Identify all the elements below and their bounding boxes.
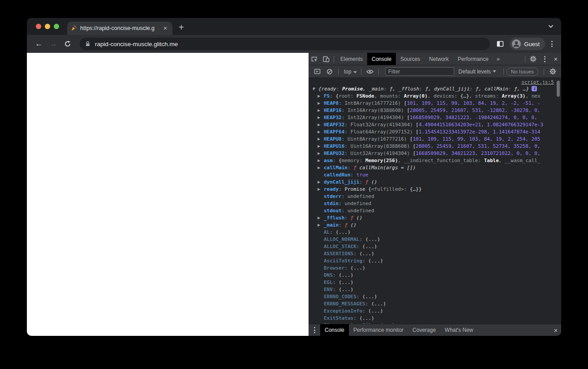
tab-performance[interactable]: Performance — [453, 53, 493, 65]
console-line[interactable]: ▶HEAPU32: Uint32Array(4194304) [16685090… — [309, 150, 561, 157]
devtools-panel: ElementsConsoleSourcesNetworkPerformance… — [309, 53, 561, 336]
disclosure-right-icon[interactable]: ▶ — [318, 186, 324, 193]
console-line[interactable]: ▶dynCall_jiji: ƒ () — [309, 179, 561, 186]
maximize-window-button[interactable] — [54, 24, 59, 29]
console-token: Float64Array(2097152) — [351, 129, 416, 135]
console-token: _main — [369, 86, 384, 92]
tab-console[interactable]: Console — [320, 324, 349, 336]
avatar-icon — [511, 39, 521, 49]
live-expression-eye-icon[interactable] — [364, 69, 376, 74]
issues-button[interactable]: No Issues — [506, 68, 538, 76]
back-button[interactable]: ← — [33, 39, 45, 48]
browser-window: https://rapid-concise-muscle.g × + ← → r… — [27, 18, 561, 336]
disclosure-right-icon[interactable]: ▶ — [318, 114, 324, 121]
tab-close-icon[interactable]: × — [162, 25, 169, 32]
tab-coverage[interactable]: Coverage — [408, 324, 440, 336]
device-toolbar-icon[interactable] — [320, 56, 332, 63]
drawer-menu-icon[interactable] — [309, 327, 320, 333]
tab-console[interactable]: Console — [367, 53, 396, 65]
disclosure-right-icon[interactable]: ▶ — [318, 121, 324, 129]
console-line: FS_createDataFile: (...) — [309, 322, 561, 324]
info-badge-icon[interactable]: i — [532, 86, 537, 91]
console-token: Table — [484, 158, 499, 163]
console-token: HEAPF64 — [324, 129, 344, 135]
console-line[interactable]: ▶callMain: ƒ callMain(args = []) — [309, 164, 561, 172]
window-controls — [36, 24, 59, 29]
log-levels-dropdown[interactable]: Default levels — [459, 69, 496, 75]
console-token: dynCall_jiji — [324, 179, 359, 185]
console-token: {…} — [460, 93, 469, 99]
console-line[interactable]: ▶HEAPU16: Uint16Array(8388608) [28005, 2… — [309, 143, 561, 150]
disclosure-right-icon[interactable]: ▶ — [318, 164, 324, 172]
settings-gear-icon[interactable] — [527, 56, 539, 62]
minimize-window-button[interactable] — [45, 24, 50, 29]
console-token: , — [363, 86, 369, 92]
console-settings-gear-icon[interactable] — [547, 68, 558, 75]
console-output[interactable]: script.js:5 ▼{ready: Promise, _main: ƒ, … — [309, 78, 561, 324]
drawer-close-icon[interactable]: × — [550, 326, 561, 334]
console-token: asm — [324, 158, 333, 163]
inspect-element-icon[interactable] — [309, 56, 320, 63]
browser-menu-icon[interactable] — [548, 41, 556, 47]
disclosure-right-icon[interactable]: ▶ — [318, 100, 324, 107]
console-token: : — [508, 86, 514, 92]
console-sidebar-icon[interactable] — [311, 68, 323, 75]
console-line[interactable]: ▶HEAPU8: Uint8Array(16777216) [101, 109,… — [309, 136, 561, 143]
profile-button[interactable]: Guest — [510, 38, 545, 50]
console-token: 28005, 25459, 21607, 531, 52734, 35258, … — [416, 143, 540, 149]
console-token: Uint8Array(16777216) — [348, 136, 410, 142]
tab-what-s-new[interactable]: What's New — [440, 324, 478, 336]
source-link[interactable]: script.js:5 — [521, 79, 554, 85]
more-tabs-button[interactable]: » — [493, 56, 503, 62]
console-token: Int16Array(8388608) — [348, 107, 407, 113]
console-token: EGL — [324, 279, 333, 285]
console-line[interactable]: ▶HEAP32: Int32Array(4194304) [1668509029… — [309, 114, 561, 121]
close-window-button[interactable] — [36, 24, 41, 29]
disclosure-right-icon[interactable]: ▶ — [318, 143, 324, 150]
console-token: () — [351, 222, 356, 228]
devtools-menu-icon[interactable] — [539, 56, 550, 62]
console-line[interactable]: ▶asm: {memory: Memory(256), __indirect_f… — [309, 157, 561, 164]
url-bar[interactable]: rapid-concise-muscle.glitch.me — [80, 38, 490, 50]
side-panel-icon[interactable] — [496, 40, 504, 48]
filter-input[interactable] — [385, 67, 454, 76]
console-line[interactable]: ▶HEAPF64: Float64Array(2097152) [1.15454… — [309, 129, 561, 136]
console-token: ASSERTIONS — [324, 251, 353, 257]
console-line[interactable]: ▶HEAP16: Int16Array(8388608) [28005, 254… — [309, 107, 561, 114]
disclosure-right-icon[interactable]: ▶ — [318, 179, 324, 186]
console-line[interactable]: ▶_main: ƒ () — [309, 222, 561, 229]
tab-network[interactable]: Network — [425, 53, 453, 65]
console-line[interactable]: ▶HEAPF32: Float32Array(4194304) [4.49044… — [309, 121, 561, 129]
reload-button[interactable] — [62, 40, 73, 47]
disclosure-right-icon[interactable]: ▶ — [318, 129, 324, 136]
console-line: ExceptionInfo: (...) — [309, 308, 561, 315]
console-line[interactable]: ▶FS: {root: FSNode, mounts: Array(0), de… — [309, 93, 561, 100]
context-selector[interactable]: top — [341, 69, 358, 75]
disclosure-down-icon[interactable]: ▼ — [312, 86, 318, 93]
console-line[interactable]: ▼{ready: Promise, _main: ƒ, _fflush: ƒ, … — [309, 86, 561, 93]
disclosure-right-icon[interactable]: ▶ — [318, 136, 324, 143]
tab-search-chevron-icon[interactable] — [548, 23, 554, 30]
devtools-close-icon[interactable]: × — [550, 55, 561, 63]
tab-performance-monitor[interactable]: Performance monitor — [349, 324, 408, 336]
disclosure-right-icon[interactable]: ▶ — [318, 93, 324, 100]
browser-tab[interactable]: https://rapid-concise-muscle.g × — [67, 21, 172, 35]
console-line[interactable]: ▶_fflush: ƒ () — [309, 215, 561, 222]
console-token: Int8Array(16777216) — [344, 100, 403, 106]
console-line[interactable]: ▶ready: Promise {<fulfilled>: {…}} — [309, 186, 561, 193]
url-text: rapid-concise-muscle.glitch.me — [95, 41, 178, 47]
scrollbar-thumb[interactable] — [557, 81, 560, 97]
console-line[interactable]: ▶HEAP8: Int8Array(16777216) [101, 109, 1… — [309, 100, 561, 107]
console-messages: ▼{ready: Promise, _main: ƒ, _fflush: ƒ, … — [309, 86, 561, 324]
disclosure-right-icon[interactable]: ▶ — [318, 107, 324, 114]
disclosure-right-icon[interactable]: ▶ — [318, 157, 324, 164]
disclosure-right-icon[interactable]: ▶ — [318, 222, 324, 229]
tab-elements[interactable]: Elements — [336, 53, 367, 65]
tab-sources[interactable]: Sources — [396, 53, 425, 65]
console-token: callMain(args = []) — [359, 165, 416, 171]
new-tab-button[interactable]: + — [179, 21, 184, 33]
console-token: FSNode — [356, 93, 374, 99]
disclosure-right-icon[interactable]: ▶ — [318, 215, 324, 222]
disclosure-right-icon[interactable]: ▶ — [318, 150, 324, 157]
clear-console-icon[interactable] — [324, 69, 335, 75]
